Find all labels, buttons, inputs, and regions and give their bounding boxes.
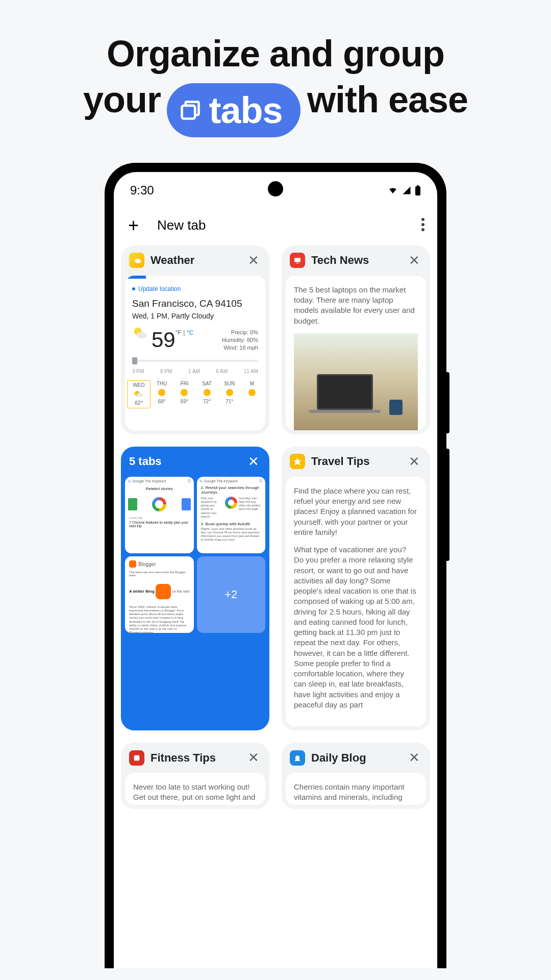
weather-time: Wed, 1 PM, Partly Cloudy [125, 310, 265, 326]
tech-icon [290, 253, 305, 268]
blog-preview: Cherries contain many important vitamins… [286, 773, 426, 805]
svg-rect-1 [415, 186, 420, 195]
weather-slider[interactable] [132, 360, 258, 362]
weather-preview: Update location San Francisco, CA 94105 … [125, 276, 265, 430]
tabs-pill: tabs [167, 83, 300, 137]
partly-cloudy-icon [132, 326, 147, 341]
svg-rect-11 [296, 263, 298, 263]
toolbar: + New tab [114, 204, 437, 246]
hero-line-1: Organize and group [107, 31, 444, 77]
tab-card-weather[interactable]: Weather ✕ Update location San Francisco,… [121, 246, 269, 434]
svg-rect-12 [134, 755, 140, 761]
tech-preview: The 5 best laptops on the market today. … [286, 276, 426, 430]
wifi-icon [387, 186, 398, 195]
blog-icon [290, 750, 305, 766]
svg-rect-2 [417, 185, 419, 187]
mini-tab[interactable]: G Google The Keyword Related stories CHR… [125, 477, 194, 553]
travel-preview: Find the place where you can rest, refue… [286, 477, 426, 726]
close-icon[interactable]: ✕ [407, 253, 422, 268]
tab-title: Daily Blog [311, 751, 400, 765]
update-location-link[interactable]: Update location [125, 285, 265, 293]
close-icon[interactable]: ✕ [246, 750, 261, 766]
tab-card-fitness[interactable]: Fitness Tips ✕ Never too late to start w… [121, 743, 269, 809]
tab-group-card[interactable]: 5 tabs ✕ G Google The Keyword Related st… [121, 447, 269, 730]
status-bar: 9:30 [114, 172, 437, 204]
tab-title: Tech News [311, 254, 400, 267]
new-tab-button[interactable]: + [128, 215, 139, 236]
unit-f[interactable]: °F [176, 329, 182, 336]
mini-tab[interactable]: G Google The Keyword 2. Revisit your sea… [197, 477, 266, 553]
travel-p2: What type of vacationer are you? Do you … [294, 545, 418, 710]
weather-forecast: WED62° THU68° FRI69° SAT72° SUN71° M [125, 377, 265, 413]
tab-card-travel[interactable]: Travel Tips ✕ Find the place where you c… [282, 447, 430, 730]
tab-card-tech[interactable]: Tech News ✕ The 5 best laptops on the ma… [282, 246, 430, 434]
more-menu-button[interactable] [421, 217, 425, 234]
signal-icon [402, 186, 412, 195]
weather-temp: 59 [152, 326, 176, 355]
hero-heading: Organize and group your tabs with ease [0, 0, 551, 153]
hero-line-2-pre: your [83, 77, 161, 122]
weather-precip: Precip: 0% [222, 329, 258, 336]
svg-point-3 [421, 218, 424, 221]
new-tab-label: New tab [157, 217, 421, 233]
status-time: 9:30 [130, 183, 154, 198]
group-title: 5 tabs [129, 455, 240, 468]
tabs-icon [179, 99, 202, 121]
svg-point-9 [137, 332, 147, 339]
svg-point-4 [421, 223, 424, 226]
close-icon[interactable]: ✕ [246, 454, 261, 470]
pill-label: tabs [209, 87, 282, 133]
svg-point-7 [135, 259, 141, 263]
travel-p1: Find the place where you can rest, refue… [294, 486, 418, 537]
svg-point-5 [421, 228, 424, 231]
more-tabs-indicator[interactable]: +2 [197, 556, 266, 633]
mini-tab[interactable]: Blogger The latest tips and news from th… [125, 556, 194, 633]
unit-c[interactable]: °C [187, 329, 193, 336]
svg-rect-0 [182, 106, 195, 119]
volume-button [446, 372, 449, 433]
tab-title: Weather [151, 254, 240, 267]
weather-hours: 3 PM8 PM1 AM6 AM11 AM [125, 364, 265, 377]
svg-rect-10 [294, 258, 300, 262]
battery-icon [415, 185, 421, 195]
tab-title: Travel Tips [311, 455, 400, 468]
weather-icon [129, 253, 144, 268]
phone-frame: 9:30 + New tab Weather ✕ [105, 163, 446, 968]
fitness-text: Never too late to start working out! Get… [133, 782, 257, 805]
tab-title: Fitness Tips [151, 751, 240, 765]
fitness-icon [129, 750, 144, 766]
fitness-preview: Never too late to start working out! Get… [125, 773, 265, 805]
close-icon[interactable]: ✕ [407, 750, 422, 766]
tech-text: The 5 best laptops on the market today. … [294, 285, 418, 326]
travel-icon [290, 454, 305, 469]
hero-line-2-post: with ease [307, 77, 468, 122]
close-icon[interactable]: ✕ [246, 253, 261, 268]
tab-card-blog[interactable]: Daily Blog ✕ Cherries contain many impor… [282, 743, 430, 809]
weather-humidity: Humidity: 80% [222, 336, 258, 344]
power-button [446, 449, 449, 561]
weather-wind: Wind: 16 mph [222, 344, 258, 352]
blog-text: Cherries contain many important vitamins… [294, 782, 418, 805]
close-icon[interactable]: ✕ [407, 454, 422, 470]
laptop-image [294, 333, 418, 430]
weather-location: San Francisco, CA 94105 [125, 293, 265, 310]
